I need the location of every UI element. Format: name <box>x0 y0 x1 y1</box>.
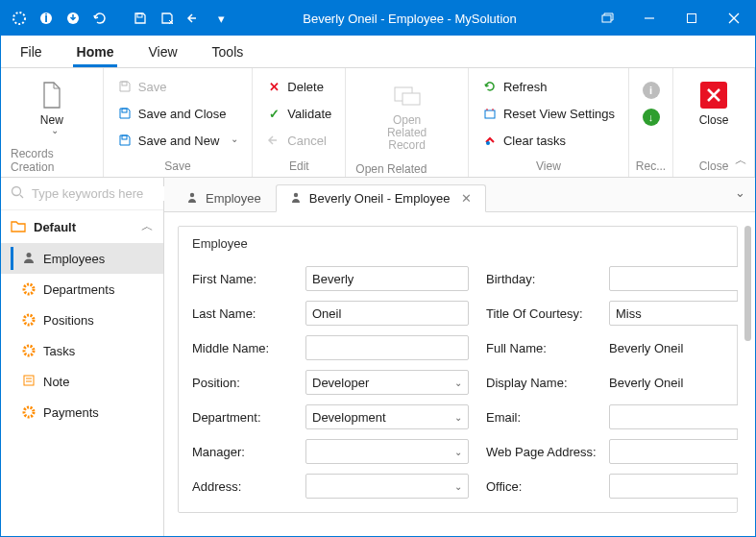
ribbon-caption-save: Save <box>164 156 190 175</box>
menu-view[interactable]: View <box>144 44 181 67</box>
birthday-field[interactable]: ⌄ <box>609 266 738 291</box>
undo-icon <box>266 133 281 148</box>
maximize-icon[interactable] <box>671 1 713 36</box>
sidebar-item-note[interactable]: Note <box>1 366 163 397</box>
folder-header[interactable]: Default ︿ <box>1 209 163 243</box>
folder-icon <box>11 219 26 235</box>
tab-beverly[interactable]: Beverly Oneil - Employee ✕ <box>276 184 487 212</box>
clear-icon <box>482 133 498 148</box>
tab-close-icon[interactable]: ✕ <box>461 191 472 206</box>
app-icon[interactable] <box>7 6 32 31</box>
gear-icon <box>22 282 36 296</box>
ribbon-caption-edit: Edit <box>289 156 309 175</box>
close-window-icon[interactable] <box>713 1 755 36</box>
close-button[interactable]: Close <box>683 74 744 133</box>
svg-rect-8 <box>122 82 127 85</box>
department-field[interactable]: Development⌄ <box>305 404 469 429</box>
full-name-field: Beverly Oneil <box>609 335 738 360</box>
label-birthday: Birthday: <box>486 272 592 286</box>
email-field[interactable] <box>609 404 738 429</box>
check-icon: ✓ <box>266 106 281 121</box>
minimize-icon[interactable] <box>628 1 671 36</box>
svg-point-19 <box>24 284 34 294</box>
clear-tasks-button[interactable]: Clear tasks <box>478 130 619 151</box>
address-field[interactable]: ⌄ <box>305 474 469 499</box>
menu-file[interactable]: File <box>16 44 46 67</box>
office-field[interactable] <box>609 474 738 499</box>
save-qat-icon[interactable] <box>128 6 153 31</box>
webpage-field[interactable] <box>609 439 738 464</box>
nav-items: Employees Departments Positions Tasks No… <box>1 243 163 427</box>
download-icon[interactable] <box>61 6 85 31</box>
last-name-field[interactable]: Oneil <box>305 301 469 326</box>
open-related-button: Open Related Record <box>377 74 438 159</box>
refresh-button[interactable]: Refresh <box>478 76 619 97</box>
tab-row: Employee Beverly Oneil - Employee ✕ ⌄ <box>164 178 755 212</box>
restore-down-icon[interactable] <box>586 1 628 36</box>
menu-tools[interactable]: Tools <box>208 44 248 67</box>
chevron-up-icon: ︿ <box>141 218 154 235</box>
note-icon <box>22 374 36 390</box>
refresh-icon <box>482 79 498 94</box>
sidebar-item-departments[interactable]: Departments <box>1 274 163 305</box>
sidebar: Default ︿ Employees Departments Position… <box>1 178 164 536</box>
sidebar-item-employees[interactable]: Employees <box>1 243 163 274</box>
search-icon <box>11 185 24 202</box>
scrollbar-thumb[interactable] <box>744 226 751 341</box>
courtesy-field[interactable]: Miss⌄ <box>609 301 738 326</box>
info-circle-icon[interactable]: i <box>643 82 660 99</box>
svg-point-26 <box>190 193 194 197</box>
label-last-name: Last Name: <box>192 306 288 321</box>
menu-home[interactable]: Home <box>73 44 118 67</box>
employee-panel: Employee First Name: Beverly Birthday: ⌄… <box>178 226 738 513</box>
validate-button[interactable]: ✓Validate <box>262 103 335 124</box>
svg-rect-13 <box>485 110 495 118</box>
save-and-new-button[interactable]: Save and New <box>113 130 243 151</box>
ribbon-group-rec: i ↓ Rec... <box>629 68 673 177</box>
sidebar-item-tasks[interactable]: Tasks <box>1 335 163 366</box>
ribbon-group-open: Open Related Record Open Related Record <box>346 68 469 177</box>
new-button[interactable]: New <box>21 74 83 143</box>
save-new-icon <box>117 133 133 148</box>
document-icon <box>37 80 67 110</box>
save-and-close-button[interactable]: Save and Close <box>113 103 243 124</box>
info-icon[interactable]: i <box>34 6 59 31</box>
save-close-icon <box>117 106 133 121</box>
tabs-chevron-icon[interactable]: ⌄ <box>735 185 745 200</box>
label-middle-name: Middle Name: <box>192 341 288 355</box>
chevron-down-icon: ⌄ <box>454 447 462 457</box>
svg-point-0 <box>13 12 25 24</box>
person-icon <box>290 191 302 206</box>
label-email: Email: <box>486 410 592 425</box>
ribbon-group-view: Refresh Reset View Settings Clear tasks … <box>469 68 629 177</box>
first-name-field[interactable]: Beverly <box>305 266 469 291</box>
svg-rect-5 <box>602 15 611 22</box>
undo-qat-icon[interactable] <box>182 6 207 31</box>
saveclose-qat-icon[interactable] <box>155 6 180 31</box>
manager-field[interactable]: ⌄ <box>305 439 469 464</box>
quick-access-toolbar: i ▾ <box>1 6 233 31</box>
svg-point-21 <box>24 346 34 355</box>
qat-dropdown-icon[interactable]: ▾ <box>208 6 233 31</box>
svg-point-16 <box>12 187 21 196</box>
svg-point-25 <box>24 407 34 417</box>
label-webpage: Web Page Address: <box>486 445 592 459</box>
middle-name-field[interactable] <box>305 335 469 360</box>
related-icon <box>392 80 423 110</box>
gear-icon <box>22 344 36 357</box>
svg-rect-10 <box>122 135 127 139</box>
svg-text:i: i <box>44 12 48 25</box>
delete-button[interactable]: ✕Delete <box>262 76 335 97</box>
ribbon-caption-close: Close <box>699 156 729 175</box>
refresh-qat-icon[interactable] <box>87 6 112 31</box>
sidebar-item-positions[interactable]: Positions <box>1 305 163 335</box>
position-field[interactable]: Developer⌄ <box>305 370 469 395</box>
tab-employee[interactable]: Employee <box>172 184 276 211</box>
window-title: Beverly Oneil - Employee - MySolution <box>233 12 586 26</box>
reset-view-button[interactable]: Reset View Settings <box>478 103 619 124</box>
ribbon-collapse-icon[interactable]: ︿ <box>735 152 747 169</box>
sidebar-item-payments[interactable]: Payments <box>1 397 163 427</box>
ribbon-caption-view: View <box>536 156 561 175</box>
titlebar: i ▾ Beverly Oneil - Employee - MySolutio… <box>1 1 755 36</box>
download-circle-icon[interactable]: ↓ <box>643 109 660 126</box>
